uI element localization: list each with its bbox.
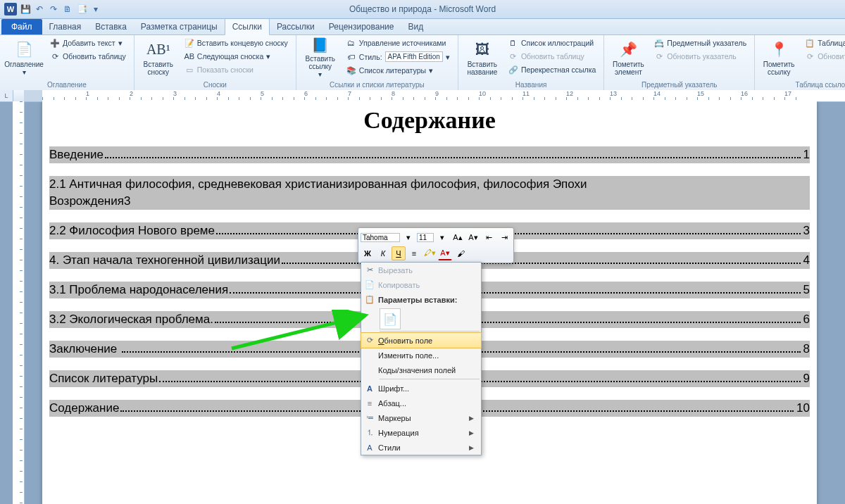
next-footnote-button[interactable]: ABСледующая сноска ▾ xyxy=(181,50,292,63)
qat-icon-1[interactable]: 🗎 xyxy=(62,4,73,15)
chevron-down-icon[interactable]: ▾ xyxy=(401,230,415,244)
group-footnotes: AB¹Вставить сноску 📝Вставить концевую сн… xyxy=(134,35,296,90)
ctx-styles[interactable]: AСтили▶ xyxy=(361,440,481,455)
mark-citation-button[interactable]: 📍Пометить ссылку xyxy=(759,37,799,79)
font-color-icon[interactable]: A▾ xyxy=(438,246,452,260)
mark-citation-icon: 📍 xyxy=(769,39,789,59)
citation-style-select[interactable]: 🏷Стиль: APA Fifth Edition ▾ xyxy=(343,50,453,63)
tab-page-layout[interactable]: Разметка страницы xyxy=(134,19,225,34)
update-toc-button[interactable]: ⟳Обновить таблицу xyxy=(46,50,130,63)
manage-sources-button[interactable]: 🗂Управление источниками xyxy=(343,37,453,49)
refresh-icon: ⟳ xyxy=(50,51,60,61)
decrease-indent-icon[interactable]: ⇤ xyxy=(482,230,496,244)
ctx-edit-field[interactable]: Изменить поле... xyxy=(361,348,481,363)
horizontal-ruler[interactable]: 1234567891011121314151617 xyxy=(24,90,845,101)
add-text-button[interactable]: ➕Добавить текст ▾ xyxy=(46,37,130,49)
bibliography-button[interactable]: 📚Список литературы ▾ xyxy=(343,64,453,77)
clipboard-icon: 📋 xyxy=(361,295,378,304)
align-center-icon[interactable]: ≡ xyxy=(407,246,421,260)
tab-file[interactable]: Файл xyxy=(1,19,42,34)
tab-mailings[interactable]: Рассылки xyxy=(270,19,322,34)
menu-separator xyxy=(380,331,480,332)
mini-size-select[interactable]: 11 xyxy=(417,233,434,242)
grow-font-icon[interactable]: A▴ xyxy=(451,230,465,244)
insert-footnote-button[interactable]: AB¹Вставить сноску xyxy=(139,37,178,79)
mark-index-entry-button[interactable]: 📌Пометить элемент xyxy=(608,37,648,79)
toc-entry[interactable]: Введение1 xyxy=(49,146,810,163)
tab-view[interactable]: Вид xyxy=(401,19,430,34)
ctx-toggle-field-codes[interactable]: Коды/значения полей xyxy=(361,363,481,377)
tab-insert[interactable]: Вставка xyxy=(88,19,134,34)
qat-dropdown-icon[interactable]: ▾ xyxy=(90,4,101,15)
group-toc: 📄Оглавление▾ ➕Добавить текст ▾ ⟳Обновить… xyxy=(0,35,134,90)
refresh-icon: ⟳ xyxy=(654,51,664,61)
mini-font-select[interactable]: Tahoma xyxy=(361,233,400,242)
toc-icon: 📄 xyxy=(14,39,34,59)
update-figures-button[interactable]: ⟳Обновить таблицу xyxy=(505,50,599,63)
increase-indent-icon[interactable]: ⇥ xyxy=(497,230,511,244)
update-index-button[interactable]: ⟳Обновить указатель xyxy=(651,50,750,63)
group-label-citations: Ссылки и списки литературы xyxy=(301,81,453,90)
window-title: Общество и природа - Microsoft Word xyxy=(0,4,845,14)
document-heading: Содержание xyxy=(42,107,817,134)
italic-icon[interactable]: К xyxy=(376,246,390,260)
insert-toa-button[interactable]: 📋Таблица ссылок xyxy=(801,37,845,49)
ctx-font[interactable]: AШрифт... xyxy=(361,381,481,396)
figures-list-icon: 🗒 xyxy=(508,38,518,48)
styles-icon: A xyxy=(361,443,378,452)
ctx-paste-option[interactable]: 📄 xyxy=(380,308,401,329)
tab-review[interactable]: Рецензирование xyxy=(322,19,401,34)
toc-button[interactable]: 📄Оглавление▾ xyxy=(4,37,44,79)
quick-access-toolbar: 💾 ↶ ↷ 🗎 📑 ▾ xyxy=(20,4,101,15)
font-icon: A xyxy=(361,384,378,393)
ctx-update-field[interactable]: ⟳Обновить поле xyxy=(361,332,482,348)
group-index: 📌Пометить элемент 📇Предметный указатель … xyxy=(604,35,755,90)
ctx-copy[interactable]: 📄Копировать xyxy=(361,277,481,292)
mini-toolbar: Tahoma▾ 11▾ A▴ A▾ ⇤ ⇥ Ж К Ч ≡ 🖍▾ A▾ 🖌 xyxy=(358,227,514,263)
ctx-paste-options-header: 📋Параметры вставки: xyxy=(361,292,481,307)
tab-references[interactable]: Ссылки xyxy=(225,18,270,35)
highlight-icon[interactable]: 🖍▾ xyxy=(423,246,437,260)
chevron-down-icon[interactable]: ▾ xyxy=(435,230,449,244)
show-footnotes-button[interactable]: ▭Показать сноски xyxy=(181,63,292,76)
shrink-font-icon[interactable]: A▾ xyxy=(466,230,480,244)
underline-icon[interactable]: Ч xyxy=(392,246,406,260)
insert-endnote-button[interactable]: 📝Вставить концевую сноску xyxy=(181,37,292,49)
insert-citation-button[interactable]: 📘Вставить ссылку▾ xyxy=(301,37,340,79)
insert-caption-button[interactable]: 🖼Вставить название xyxy=(463,37,502,79)
scissors-icon: ✂ xyxy=(361,265,378,275)
title-bar: W 💾 ↶ ↷ 🗎 📑 ▾ Общество и природа - Micro… xyxy=(0,0,845,19)
insert-index-button[interactable]: 📇Предметный указатель xyxy=(651,37,750,49)
numbering-icon: ⒈ xyxy=(361,427,378,438)
save-icon[interactable]: 💾 xyxy=(20,4,31,15)
mark-entry-icon: 📌 xyxy=(618,39,638,59)
show-notes-icon: ▭ xyxy=(184,65,194,75)
ribbon: 📄Оглавление▾ ➕Добавить текст ▾ ⟳Обновить… xyxy=(0,35,845,91)
ctx-numbering[interactable]: ⒈Нумерация▶ xyxy=(361,425,481,440)
tab-selector[interactable]: L xyxy=(0,90,13,101)
update-toa-button[interactable]: ⟳Обновить таблицу xyxy=(801,50,845,63)
redo-icon[interactable]: ↷ xyxy=(48,4,59,15)
qat-icon-2[interactable]: 📑 xyxy=(76,4,87,15)
group-citations: 📘Вставить ссылку▾ 🗂Управление источникам… xyxy=(296,35,458,90)
ctx-paragraph[interactable]: ≡Абзац... xyxy=(361,396,481,410)
bold-icon[interactable]: Ж xyxy=(361,246,375,260)
context-menu: ✂Вырезать 📄Копировать 📋Параметры вставки… xyxy=(361,262,482,455)
vertical-ruler[interactable] xyxy=(13,101,25,504)
ctx-cut[interactable]: ✂Вырезать xyxy=(361,263,481,277)
refresh-icon: ⟳ xyxy=(508,51,518,61)
ctx-update-rest: бновить поле xyxy=(384,336,433,345)
citation-icon: 📘 xyxy=(311,37,330,53)
cross-reference-button[interactable]: 🔗Перекрестная ссылка xyxy=(505,63,599,76)
undo-icon[interactable]: ↶ xyxy=(34,4,45,15)
chevron-right-icon: ▶ xyxy=(469,444,477,451)
ribbon-tabs: Файл Главная Вставка Разметка страницы С… xyxy=(0,19,845,35)
table-of-figures-button[interactable]: 🗒Список иллюстраций xyxy=(505,37,599,49)
paragraph-icon: ≡ xyxy=(361,399,378,408)
group-label-footnotes: Сноски xyxy=(139,81,292,90)
format-painter-icon[interactable]: 🖌 xyxy=(453,246,468,260)
ctx-bullets[interactable]: ≔Маркеры▶ xyxy=(361,410,481,425)
paste-icon: 📄 xyxy=(383,313,397,326)
tab-home[interactable]: Главная xyxy=(42,19,89,34)
toc-entry[interactable]: 2.1 Античная философия, средневековая хр… xyxy=(49,176,810,210)
